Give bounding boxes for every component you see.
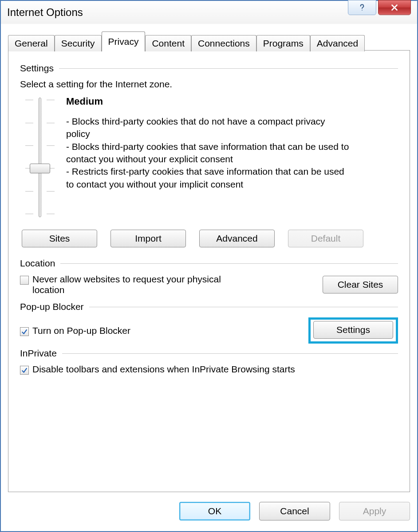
tab-advanced[interactable]: Advanced: [310, 35, 365, 51]
check-icon: [21, 328, 28, 335]
popup-blocker-checkbox[interactable]: [20, 327, 29, 336]
group-inprivate-title: InPrivate: [20, 348, 57, 359]
divider: [62, 353, 398, 354]
privacy-level-name: Medium: [66, 96, 398, 107]
tab-page-privacy: Settings Select a setting for the Intern…: [8, 50, 410, 492]
group-settings: Settings Select a setting for the Intern…: [20, 63, 398, 247]
ok-button[interactable]: OK: [179, 502, 250, 520]
settings-instruction: Select a setting for the Internet zone.: [20, 79, 398, 90]
help-button[interactable]: [348, 0, 376, 15]
cancel-button[interactable]: Cancel: [259, 502, 330, 520]
popup-settings-button[interactable]: Settings: [313, 321, 393, 339]
sites-button[interactable]: Sites: [22, 230, 97, 247]
advanced-button[interactable]: Advanced: [199, 230, 275, 247]
group-popup-title: Pop-up Blocker: [20, 301, 84, 312]
import-button[interactable]: Import: [110, 230, 186, 247]
tab-security[interactable]: Security: [55, 35, 102, 51]
group-inprivate: InPrivate Disable toolbars and extension…: [20, 348, 398, 375]
divider: [60, 263, 398, 264]
check-icon: [21, 367, 28, 374]
default-button: Default: [288, 230, 363, 247]
group-popup: Pop-up Blocker Turn on Pop-up Blocker Se…: [20, 301, 398, 344]
group-location-title: Location: [20, 258, 55, 269]
tab-programs[interactable]: Programs: [256, 35, 310, 51]
svg-point-0: [362, 10, 363, 11]
never-allow-location-checkbox[interactable]: [20, 276, 29, 285]
privacy-desc-2: - Blocks third-party cookies that save i…: [66, 141, 350, 166]
help-icon: [358, 3, 367, 12]
popup-settings-highlight: Settings: [308, 317, 398, 344]
group-settings-title: Settings: [20, 63, 54, 74]
privacy-level-slider[interactable]: [24, 98, 55, 217]
close-icon: [390, 3, 399, 12]
titlebar: Internet Options: [1, 1, 417, 24]
divider: [89, 307, 398, 307]
group-location: Location Never allow websites to request…: [20, 258, 398, 295]
close-button[interactable]: [378, 0, 411, 15]
tabstrip: General Security Privacy Content Connect…: [8, 31, 410, 51]
tab-content[interactable]: Content: [145, 35, 191, 51]
popup-blocker-label: Turn on Pop-up Blocker: [32, 325, 130, 336]
clear-sites-button[interactable]: Clear Sites: [323, 276, 398, 293]
privacy-desc-1: - Blocks third-party cookies that do not…: [66, 115, 350, 141]
tab-privacy[interactable]: Privacy: [102, 31, 146, 51]
inprivate-disable-toolbars-label: Disable toolbars and extensions when InP…: [32, 364, 295, 375]
inprivate-disable-toolbars-checkbox[interactable]: [20, 366, 29, 375]
slider-thumb[interactable]: [30, 164, 50, 173]
dialog-button-row: OK Cancel Apply: [179, 502, 410, 520]
privacy-desc-3: - Restricts first-party cookies that sav…: [66, 165, 350, 191]
never-allow-location-label: Never allow websites to request your phy…: [32, 274, 251, 295]
apply-button: Apply: [339, 502, 410, 520]
tab-connections[interactable]: Connections: [191, 35, 256, 51]
internet-options-window: Internet Options General Security Privac…: [0, 0, 418, 532]
window-title: Internet Options: [7, 6, 83, 19]
divider: [59, 68, 398, 69]
tab-general[interactable]: General: [8, 35, 55, 51]
